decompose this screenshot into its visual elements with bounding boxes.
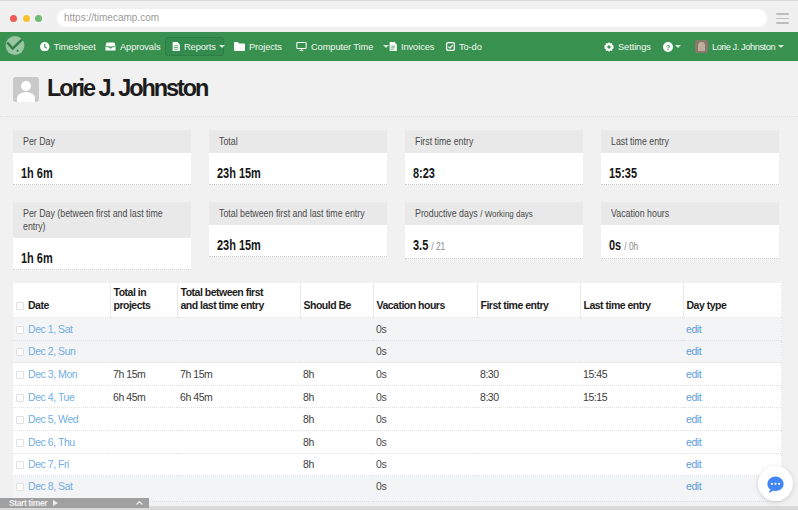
svg-text:?: ? bbox=[666, 42, 671, 51]
